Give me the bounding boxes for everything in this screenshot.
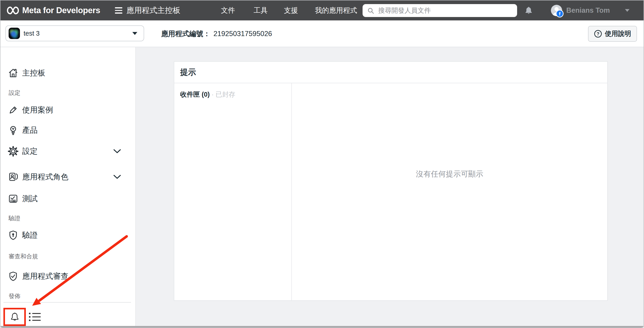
checklist-icon bbox=[7, 193, 19, 205]
app-id-value: 219250317595026 bbox=[214, 30, 272, 38]
search-icon bbox=[367, 7, 374, 14]
sidebar-item-label: 主控板 bbox=[22, 68, 45, 78]
pencil-icon bbox=[7, 104, 19, 116]
sidebar-item-app-review[interactable]: 應用程式審查 bbox=[0, 266, 135, 286]
top-navbar: Meta for Developers 應用程式主控板 文件 工具 支援 我的應… bbox=[0, 1, 644, 21]
notifications-bell-icon[interactable] bbox=[524, 1, 534, 21]
chevron-down-icon bbox=[113, 175, 121, 179]
selector-caret-down-icon bbox=[132, 32, 137, 35]
inbox-panel: 收件匣 (0) · 已封存 bbox=[174, 83, 292, 300]
sidebar-item-label: 使用案例 bbox=[22, 105, 53, 115]
search-input[interactable] bbox=[378, 7, 512, 15]
page-title: 應用程式主控板 bbox=[126, 1, 180, 21]
hamburger-menu-icon[interactable] bbox=[115, 1, 122, 21]
meta-developers-window: Meta for Developers 應用程式主控板 文件 工具 支援 我的應… bbox=[0, 0, 644, 328]
sidebar-section-publish: 發佈 bbox=[0, 292, 135, 300]
question-circle-icon: ? bbox=[594, 30, 602, 38]
sidebar-item-verification[interactable]: 驗證 bbox=[0, 225, 135, 245]
sidebar-item-label: 設定 bbox=[22, 146, 38, 157]
activity-log-button[interactable] bbox=[28, 312, 42, 322]
app-header-bar: test 3 應用程式編號： 219250317595026 ? 使用說明 bbox=[0, 21, 644, 47]
nav-link-docs[interactable]: 文件 bbox=[221, 1, 235, 21]
shield-keyhole-icon bbox=[7, 229, 19, 241]
sidebar-footer bbox=[0, 308, 135, 326]
sidebar-item-label: 應用程式審查 bbox=[22, 271, 68, 281]
gear-icon bbox=[7, 145, 19, 157]
list-icon bbox=[28, 312, 42, 322]
chevron-down-icon bbox=[113, 149, 121, 154]
help-button[interactable]: ? 使用說明 bbox=[588, 26, 637, 42]
home-icon bbox=[7, 67, 19, 79]
annotation-highlight-box bbox=[4, 308, 26, 326]
alerts-empty-panel: 沒有任何提示可顯示 bbox=[292, 83, 607, 300]
meta-for-developers-logo[interactable]: Meta for Developers bbox=[6, 1, 100, 21]
sidebar-item-label: 驗證 bbox=[22, 230, 38, 240]
bell-icon bbox=[9, 311, 20, 322]
logo-text: Meta for Developers bbox=[22, 6, 100, 15]
id-badge-icon bbox=[7, 171, 19, 183]
account-caret-down-icon[interactable] bbox=[625, 1, 630, 21]
sidebar-item-label: 應用程式角色 bbox=[22, 172, 68, 182]
window-bottom-edge bbox=[0, 326, 644, 327]
sidebar-section-review-compliance: 審查和合規 bbox=[0, 252, 135, 260]
notifications-bell-button[interactable] bbox=[9, 311, 20, 322]
meta-infinity-icon bbox=[6, 6, 20, 15]
app-id-row: 應用程式編號： 219250317595026 bbox=[161, 21, 272, 47]
search-box[interactable] bbox=[362, 4, 517, 17]
sidebar-item-products[interactable]: 產品 bbox=[0, 120, 135, 140]
sidebar-item-settings[interactable]: 設定 bbox=[0, 141, 135, 161]
alerts-card-header: 提示 bbox=[174, 62, 607, 83]
sidebar-item-testing[interactable]: 測試 bbox=[0, 189, 135, 209]
facebook-badge-icon: f bbox=[556, 10, 564, 18]
alerts-title: 提示 bbox=[180, 67, 196, 78]
main-content: 提示 收件匣 (0) · 已封存 沒有任何提示可顯示 bbox=[136, 47, 644, 326]
sidebar-section-label: 驗證 bbox=[8, 214, 20, 222]
sidebar-item-app-roles[interactable]: 應用程式角色 bbox=[0, 167, 135, 187]
shield-check-icon bbox=[7, 270, 19, 282]
help-button-label: 使用說明 bbox=[605, 29, 631, 38]
alerts-card: 提示 收件匣 (0) · 已封存 沒有任何提示可顯示 bbox=[174, 61, 608, 301]
sidebar-divider bbox=[4, 302, 131, 302]
dot-separator: · bbox=[212, 91, 214, 98]
avatar[interactable]: f bbox=[551, 5, 562, 16]
inbox-tab[interactable]: 收件匣 (0) bbox=[180, 91, 210, 98]
sidebar-item-dashboard[interactable]: 主控板 bbox=[0, 63, 135, 83]
app-thumbnail bbox=[8, 28, 20, 39]
sidebar: 主控板 設定 使用案例 產品 bbox=[0, 47, 136, 326]
nav-link-my-apps[interactable]: 我的應用程式 bbox=[315, 1, 357, 21]
archived-tab[interactable]: 已封存 bbox=[216, 91, 235, 98]
sidebar-section-label: 設定 bbox=[8, 89, 20, 97]
svg-text:?: ? bbox=[597, 31, 599, 36]
empty-message: 沒有任何提示可顯示 bbox=[416, 169, 483, 179]
sidebar-section-verification: 驗證 bbox=[0, 214, 135, 222]
sidebar-section-settings: 設定 bbox=[0, 89, 135, 97]
sidebar-section-label: 審查和合規 bbox=[8, 252, 38, 260]
app-name: test 3 bbox=[24, 30, 40, 37]
sidebar-item-use-cases[interactable]: 使用案例 bbox=[0, 100, 135, 120]
lightbulb-icon bbox=[7, 124, 19, 136]
nav-link-support[interactable]: 支援 bbox=[284, 1, 298, 21]
app-id-label: 應用程式編號： bbox=[161, 29, 210, 39]
app-selector-dropdown[interactable]: test 3 bbox=[6, 26, 144, 41]
sidebar-section-label: 發佈 bbox=[8, 292, 20, 300]
user-name[interactable]: Benians Tom bbox=[566, 1, 610, 21]
sidebar-item-label: 測試 bbox=[22, 193, 38, 204]
nav-link-tools[interactable]: 工具 bbox=[254, 1, 268, 21]
sidebar-item-label: 產品 bbox=[22, 125, 38, 135]
